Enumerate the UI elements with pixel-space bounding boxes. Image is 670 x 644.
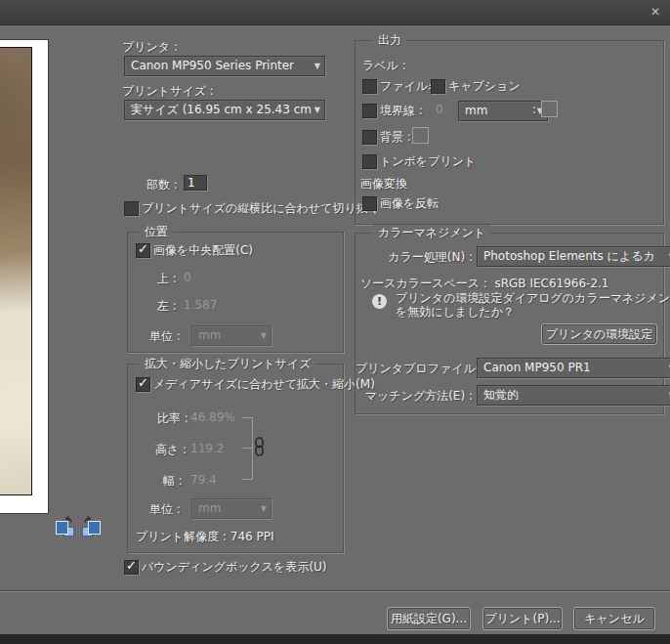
position-left-value: 1.587 (184, 298, 217, 312)
checkmark-icon: ✓ (126, 558, 137, 573)
width-label: 幅 : (163, 473, 183, 490)
output-group: 出力 ラベル : ファイル名 キャプション 境界線 : 0 mm ▼ : 背景 … (355, 40, 664, 225)
scaled-print-size-title: 拡大・縮小したプリントサイズ (140, 356, 316, 372)
page-setup-button[interactable]: 用紙設定(G)... (387, 607, 471, 630)
color-management-group: カラーマネジメント カラー処理(N) : Photoshop Elements … (355, 233, 664, 414)
print-button[interactable]: プリント(P)... (482, 607, 563, 630)
background-label: 背景 : (380, 129, 411, 146)
print-size-select[interactable]: 実サイズ (16.95 cm x 25.43 cm ▼ (124, 100, 325, 120)
position-left-label: 左 : (157, 298, 177, 315)
copies-label: 部数 : (147, 177, 178, 193)
scaled-unit-label: 単位 : (149, 501, 181, 518)
scaled-unit-select[interactable]: mm ▼ (191, 498, 272, 519)
dimension-link-tick (242, 448, 252, 449)
printer-prefs-warning: プリンタの環境設定ダイアログのカラーマネジメント を無効にしましたか？ (396, 291, 670, 319)
print-dialog: ✕ プリンタ : Canon MP950 Series Printer ▼ プリ… (0, 0, 670, 644)
crop-to-print-ratio-label: プリントサイズの縦横比に合わせて切り抜く (142, 200, 380, 217)
print-resolution-value: 746 PPI (230, 530, 274, 543)
scaled-print-size-group: 拡大・縮小したプリントサイズ ✓ メディアサイズに合わせて拡大・縮小(M) 比率… (127, 364, 344, 553)
width-value: 79.4 (190, 473, 217, 487)
rendering-intent-select[interactable]: 知覚的 ▼ (477, 385, 670, 406)
position-unit-value: mm (198, 328, 221, 342)
print-preview-paper (0, 39, 49, 514)
color-handling-label: カラー処理(N) : (356, 249, 473, 266)
color-handling-value: Photoshop Elements によるカ (483, 249, 655, 263)
scale-label: 比率 : (157, 410, 188, 427)
footer-separator (0, 590, 670, 592)
background-color-swatch[interactable] (412, 127, 429, 144)
source-color-space: ソースカラースペース : sRGB IEC61966-2.1 (360, 276, 609, 292)
color-management-title: カラーマネジメント (373, 225, 490, 241)
print-size-label: プリントサイズ : (122, 83, 214, 100)
warning-icon: ! (372, 294, 387, 309)
position-unit-select[interactable]: mm ▼ (191, 325, 272, 346)
fit-media-checkbox[interactable]: ✓ (136, 377, 150, 392)
center-image-label: 画像を中央配置(C) (153, 242, 253, 259)
border-color-swatch[interactable] (541, 101, 558, 117)
color-handling-select[interactable]: Photoshop Elements によるカ ▼ (477, 246, 670, 267)
rendering-intent-value: 知覚的 (483, 388, 519, 402)
center-image-checkbox[interactable]: ✓ (136, 243, 150, 258)
chevron-down-icon: ▼ (314, 101, 320, 119)
checkmark-icon: ✓ (138, 375, 148, 390)
scaled-unit-value: mm (198, 501, 221, 515)
border-value: 0 (436, 103, 443, 116)
border-label: 境界線 : (380, 103, 423, 119)
link-icon (254, 437, 265, 456)
rotate-right-icon[interactable] (79, 516, 102, 539)
cancel-button[interactable]: キャンセル (573, 607, 655, 630)
chevron-down-icon: ▼ (261, 499, 267, 518)
position-top-label: 上 : (157, 271, 177, 287)
crop-to-print-ratio-checkbox[interactable] (124, 201, 139, 216)
file-name-checkbox[interactable] (362, 79, 377, 94)
labels-caption: ラベル : (362, 58, 406, 74)
close-icon[interactable]: ✕ (650, 5, 660, 19)
window-bottom-edge (0, 634, 670, 644)
show-bounding-box-checkbox[interactable]: ✓ (124, 560, 139, 575)
crop-marks-checkbox[interactable] (362, 154, 377, 169)
background-checkbox[interactable] (362, 130, 377, 145)
printer-profile-select[interactable]: Canon MP950 PR1 ▼ (477, 358, 670, 378)
chevron-down-icon: ▼ (314, 57, 320, 75)
dimension-link-bracket (242, 417, 253, 480)
printer-profile-label: プリンタプロファイル(R) : (356, 361, 473, 377)
rendering-intent-label: マッチング方法(E) : (356, 388, 473, 405)
height-value: 119.2 (190, 442, 224, 455)
crop-marks-label: トンボをプリント (380, 153, 476, 170)
source-color-space-value: sRGB IEC61966-2.1 (494, 277, 608, 290)
rotate-left-icon[interactable] (55, 516, 77, 539)
print-resolution: プリント解像度 : 746 PPI (136, 529, 274, 545)
print-resolution-label: プリント解像度 : (136, 530, 227, 543)
print-size-select-value: 実サイズ (16.95 cm x 25.43 cm (131, 103, 312, 116)
checkmark-icon: ✓ (138, 241, 148, 256)
printer-select[interactable]: Canon MP950 Series Printer ▼ (124, 56, 325, 76)
position-top-value: 0 (184, 271, 191, 284)
transform-title: 画像変換 (360, 176, 407, 193)
dialog-titlebar: ✕ (0, 0, 670, 25)
invert-image-checkbox[interactable] (362, 196, 377, 211)
position-group: 位置 ✓ 画像を中央配置(C) 上 : 0 左 : 1.587 単位 : mm … (127, 232, 344, 353)
source-color-space-label: ソースカラースペース : (360, 277, 487, 290)
printer-prefs-warning-line1: プリンタの環境設定ダイアログのカラーマネジメント (396, 291, 670, 305)
chevron-down-icon: ▼ (261, 326, 267, 345)
position-group-title: 位置 (140, 224, 173, 240)
caption-checkbox[interactable] (431, 79, 445, 94)
caption-label: キャプション (448, 78, 521, 95)
printer-preferences-button[interactable]: プリンタの環境設定 (541, 323, 657, 345)
border-unit-value: mm (465, 104, 487, 117)
output-group-title: 出力 (373, 32, 406, 49)
print-preview-photo (0, 47, 32, 495)
copies-input[interactable] (184, 175, 207, 191)
border-colon: : (532, 103, 536, 116)
fit-media-label: メディアサイズに合わせて拡大・縮小(M) (153, 376, 375, 393)
border-checkbox[interactable] (362, 104, 377, 118)
printer-profile-value: Canon MP950 PR1 (483, 361, 591, 374)
scale-value: 46.89% (190, 410, 235, 424)
show-bounding-box-label: バウンディングボックスを表示(U) (142, 559, 327, 576)
position-unit-label: 単位 : (149, 328, 181, 345)
height-label: 高さ : (155, 442, 187, 458)
printer-select-value: Canon MP950 Series Printer (131, 59, 294, 72)
invert-image-label: 画像を反転 (380, 195, 439, 212)
printer-label: プリンタ : (122, 39, 178, 56)
printer-prefs-warning-line2: を無効にしましたか？ (396, 305, 670, 319)
